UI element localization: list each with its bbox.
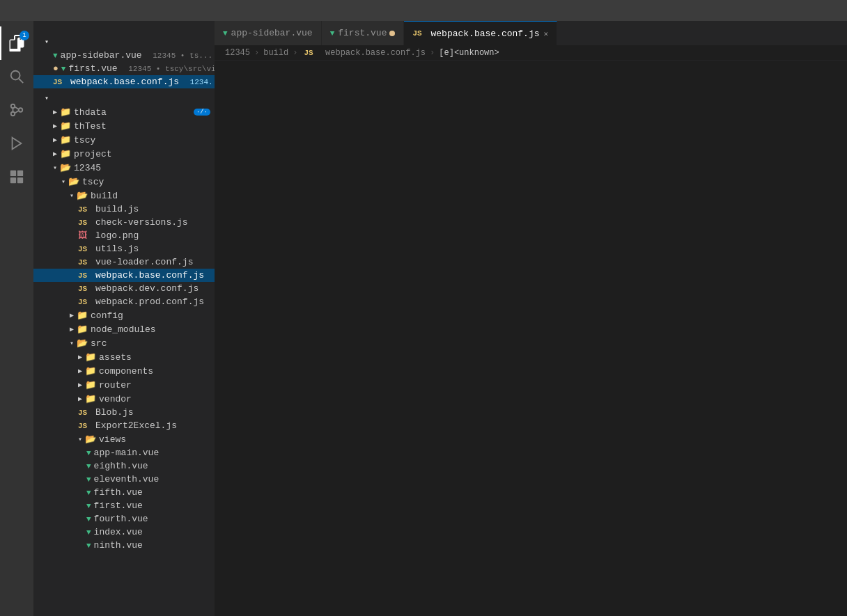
tab-app-sidebar[interactable]: ▼ app-sidebar.vue <box>215 21 322 45</box>
search-activity-icon[interactable] <box>0 60 33 93</box>
workspace-section[interactable]: ▾ <box>33 91 215 105</box>
vue-icon-fifth: ▼ <box>86 489 91 497</box>
svg-point-2 <box>11 104 15 109</box>
file-blob-js[interactable]: JS Blob.js <box>33 406 215 419</box>
folder-12345-tscy[interactable]: ▾ 📂 tscy <box>33 175 215 189</box>
file-webpack-dev-conf[interactable]: JS webpack.dev.conf.js <box>33 282 215 295</box>
js-icon-export: JS <box>78 422 87 430</box>
workspace-chevron: ▾ <box>45 94 49 102</box>
extensions-activity-icon[interactable] <box>0 160 33 194</box>
open-editor-first-vue[interactable]: ● ▼ first.vue 12345 • tscy\src\vie... <box>33 62 215 75</box>
vue-icon-eighth: ▼ <box>86 462 91 471</box>
line-numbers <box>215 61 249 616</box>
scm-activity-icon[interactable] <box>0 93 33 127</box>
title-bar <box>0 0 847 21</box>
file-index-vue[interactable]: ▼ index.vue <box>33 526 215 539</box>
folder-icon-config: 📁 <box>77 310 88 321</box>
tab-js-icon: JS <box>412 29 421 38</box>
svg-point-3 <box>11 112 15 116</box>
file-export2excel[interactable]: JS Export2Excel.js <box>33 419 215 432</box>
tab-modified-dot <box>389 31 395 36</box>
breadcrumb: 12345 › build › JS webpack.base.conf.js … <box>215 45 847 61</box>
file-app-main-vue[interactable]: ▼ app-main.vue <box>33 446 215 459</box>
folder-node-modules[interactable]: ▶ 📁 node_modules <box>33 322 215 336</box>
tab-vue-icon-1: ▼ <box>223 29 228 38</box>
svg-rect-9 <box>10 171 16 176</box>
folder-icon-7: 📂 <box>77 190 88 201</box>
file-check-versions[interactable]: JS check-versions.js <box>33 216 215 229</box>
folder-config[interactable]: ▶ 📁 config <box>33 308 215 322</box>
svg-rect-11 <box>10 177 16 183</box>
tab-bar: ▼ app-sidebar.vue ▼ first.vue JS webpack… <box>215 21 847 45</box>
file-vue-loader-conf[interactable]: JS vue-loader.conf.js <box>33 255 215 269</box>
folder-assets[interactable]: ▶ 📁 assets <box>33 350 215 364</box>
activity-bar: 1 <box>0 21 33 616</box>
folder-thdata[interactable]: ▶ 📁 thdata ·/· <box>33 105 215 119</box>
tab-webpack-base-conf[interactable]: JS webpack.base.conf.js ✕ <box>404 21 557 45</box>
svg-marker-8 <box>13 138 22 150</box>
tab-first-vue[interactable]: ▼ first.vue <box>322 21 405 45</box>
file-ninth-vue[interactable]: ▼ ninth.vue <box>33 539 215 552</box>
file-build-js[interactable]: JS build.js <box>33 203 215 216</box>
file-tree[interactable]: ▾ ▼ app-sidebar.vue 12345 • ts... ● ▼ fi… <box>33 35 215 616</box>
vue-icon-2: ▼ <box>61 65 66 73</box>
file-eighth-vue[interactable]: ▼ eighth.vue <box>33 459 215 473</box>
open-editors-section[interactable]: ▾ <box>33 35 215 49</box>
tab-close-button[interactable]: ✕ <box>544 29 549 38</box>
folder-icon-views: 📂 <box>85 434 96 445</box>
js-icon-webpack-dev: JS <box>78 285 87 293</box>
breadcrumb-js-icon: JS <box>304 49 313 57</box>
file-first-vue[interactable]: ▼ first.vue <box>33 499 215 512</box>
svg-rect-10 <box>17 171 23 176</box>
js-icon-build: JS <box>78 205 87 214</box>
folder-icon-2: 📁 <box>60 120 71 132</box>
files-activity-icon[interactable]: 1 <box>0 26 33 60</box>
code-content[interactable] <box>249 61 847 616</box>
file-eleventh-vue[interactable]: ▼ eleventh.vue <box>33 473 215 486</box>
folder-router[interactable]: ▶ 📁 router <box>33 378 215 392</box>
file-webpack-base-conf[interactable]: JS webpack.base.conf.js <box>33 269 215 282</box>
js-icon-blob: JS <box>78 409 87 417</box>
js-icon: JS <box>53 78 62 86</box>
svg-line-1 <box>19 79 23 83</box>
open-editor-app-sidebar[interactable]: ▼ app-sidebar.vue 12345 • ts... <box>33 49 215 62</box>
svg-point-0 <box>11 71 20 80</box>
folder-icon-nodemod: 📁 <box>77 324 88 335</box>
vue-icon-fourth: ▼ <box>86 515 91 523</box>
folder-vendor[interactable]: ▶ 📁 vendor <box>33 392 215 406</box>
modified-dot: ● <box>53 63 59 74</box>
debug-activity-icon[interactable] <box>0 127 33 160</box>
folder-icon-4: 📁 <box>60 148 71 159</box>
sidebar-header <box>33 21 215 35</box>
folder-icon-3: 📁 <box>60 134 71 145</box>
js-icon-webpack-prod: JS <box>78 298 87 306</box>
js-icon-vueloader: JS <box>78 258 87 267</box>
vue-icon-eleventh: ▼ <box>86 475 91 484</box>
file-utils-js[interactable]: JS utils.js <box>33 242 215 255</box>
folder-icon-assets: 📁 <box>85 352 96 363</box>
js-icon-webpack-base: JS <box>78 271 87 280</box>
folder-components[interactable]: ▶ 📁 components <box>33 364 215 378</box>
folder-build[interactable]: ▾ 📂 build <box>33 189 215 203</box>
folder-views[interactable]: ▾ 📂 views <box>33 432 215 446</box>
file-fifth-vue[interactable]: ▼ fifth.vue <box>33 486 215 499</box>
svg-line-6 <box>15 106 19 109</box>
js-icon-utils: JS <box>78 245 87 253</box>
folder-icon-src: 📂 <box>77 338 88 349</box>
file-webpack-prod-conf[interactable]: JS webpack.prod.conf.js <box>33 295 215 308</box>
folder-12345[interactable]: ▾ 📂 12345 <box>33 161 215 175</box>
svg-line-7 <box>15 111 19 113</box>
folder-project[interactable]: ▶ 📁 project <box>33 147 215 161</box>
folder-thtest[interactable]: ▶ 📁 thTest <box>33 119 215 133</box>
vue-icon-ninth: ▼ <box>86 542 91 550</box>
open-editor-webpack-base[interactable]: JS webpack.base.conf.js 1234... <box>33 75 215 88</box>
folder-tscy[interactable]: ▶ 📁 tscy <box>33 133 215 147</box>
code-editor[interactable] <box>215 61 847 616</box>
vue-icon-appmain: ▼ <box>86 449 91 457</box>
file-fourth-vue[interactable]: ▼ fourth.vue <box>33 512 215 526</box>
file-logo-png[interactable]: 🖼 logo.png <box>33 229 215 242</box>
folder-icon-vendor: 📁 <box>85 393 96 404</box>
editor-area: ▼ app-sidebar.vue ▼ first.vue JS webpack… <box>215 21 847 616</box>
folder-src[interactable]: ▾ 📂 src <box>33 336 215 350</box>
folder-icon-router: 📁 <box>85 379 96 390</box>
